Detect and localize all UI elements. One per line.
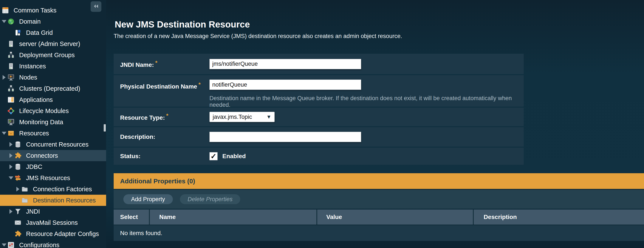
sidebar-item-label: Lifecycle Modules [19,108,69,115]
additional-properties-toolbar: Add Property Delete Properties [114,190,644,209]
sidebar-item-label: Instances [19,63,46,70]
data-grid-icon [14,29,22,36]
jndi-name-label-text: JNDI Name: [120,61,154,68]
sidebar-tree: Common TasksDomainData Gridserver (Admin… [0,0,106,248]
column-header-select: Select [114,210,150,225]
sidebar-item-deployment-groups[interactable]: Deployment Groups [0,49,106,61]
sidebar-collapse-button[interactable] [90,1,102,12]
collapsed-triangle-icon[interactable] [1,75,7,80]
sidebar-item-label: JDBC [26,163,42,170]
sidebar-item-clusters-deprecated[interactable]: Clusters (Deprecated) [0,83,106,94]
column-header-description: Description [474,210,644,225]
sidebar-item-label: Destination Resources [33,197,96,204]
node-tree-icon [7,85,15,92]
puzzle-icon [14,152,22,159]
sidebar-item-instances[interactable]: Instances [0,61,106,72]
common-tasks-icon [2,7,9,14]
globe-icon [7,18,15,25]
sidebar-item-applications[interactable]: Applications [0,94,106,105]
page-title: New JMS Destination Resource [115,19,250,30]
collapsed-triangle-icon[interactable] [8,209,14,214]
expanded-triangle-icon[interactable] [1,20,7,23]
physical-destination-name-input[interactable] [210,80,361,90]
navigation-sidebar: Common TasksDomainData Gridserver (Admin… [0,0,106,248]
sidebar-item-destination-resources[interactable]: Destination Resources [0,195,106,206]
destination-resource-form: JNDI Name:* Physical Destination Name* D… [114,54,524,165]
sidebar-item-label: Deployment Groups [19,52,75,59]
physical-destination-name-label-text: Physical Destination Name [120,83,197,90]
select-arrow-icon: ▼ [266,114,272,120]
physical-destination-name-help: Destination name in the Message Queue br… [210,95,524,108]
sidebar-item-concurrent-resources[interactable]: Concurrent Resources [0,139,106,150]
sidebar-item-lifecycle-modules[interactable]: Lifecycle Modules [0,105,106,117]
description-label: Description: [120,133,210,140]
sidebar-item-label: Resource Adapter Configs [26,230,99,238]
monitor-node-icon [7,74,15,81]
additional-properties-title: Additional Properties (0) [120,177,195,185]
expanded-triangle-icon[interactable] [1,244,7,247]
collapsed-triangle-icon[interactable] [8,164,14,169]
description-label-text: Description: [120,133,155,140]
form-row-resource-type: Resource Type:* javax.jms.Topic ▼ [114,108,524,126]
sidebar-item-javamail-sessions[interactable]: JavaMail Sessions [0,217,106,228]
folder-icon [21,185,28,193]
double-left-triangles-icon [93,3,99,10]
sidebar-item-domain[interactable]: Domain [0,16,106,27]
sidebar-item-label: JNDI [26,208,40,215]
sidebar-item-resources[interactable]: Resources [0,128,106,139]
add-property-button[interactable]: Add Property [123,194,173,204]
collapsed-triangle-icon[interactable] [8,153,14,158]
sidebar-item-connectors[interactable]: Connectors [0,150,106,161]
sidebar-item-label: JavaMail Sessions [26,219,78,226]
expanded-triangle-icon[interactable] [1,132,7,135]
database-icon [14,141,22,148]
monitor-data-icon [7,119,15,126]
properties-table-header: Select Name Value Description [114,210,644,225]
status-checkbox-label: Enabled [222,153,246,160]
sidebar-item-configurations[interactable]: Configurations [0,240,106,248]
sidebar-item-monitoring-data[interactable]: Monitoring Data [0,117,106,128]
delete-properties-button[interactable]: Delete Properties [180,194,240,204]
sidebar-item-jndi[interactable]: JNDI [0,206,106,217]
resource-type-label: Resource Type:* [120,112,210,121]
sidebar-item-common-tasks[interactable]: Common Tasks [0,5,106,16]
resource-type-selected-value: javax.jms.Topic [213,114,252,120]
description-input[interactable] [210,132,361,142]
sidebar-item-label: JMS Resources [26,174,70,182]
sidebar-scrollbar-thumb[interactable] [104,124,106,131]
sidebar-item-resource-adapter-configs[interactable]: Resource Adapter Configs [0,228,106,240]
sidebar-item-label: Clusters (Deprecated) [19,85,80,92]
jndi-name-label: JNDI Name:* [120,60,210,68]
sidebar-item-label: Connection Factories [33,186,92,193]
sidebar-item-label: Connectors [26,152,58,159]
server-icon [7,63,15,70]
sidebar-item-jms-resources[interactable]: JMS Resources [0,172,106,184]
sidebar-item-nodes[interactable]: Nodes [0,72,106,83]
collapsed-triangle-icon[interactable] [8,142,14,147]
form-row-description: Description: [114,127,524,146]
expanded-triangle-icon[interactable] [8,176,14,179]
sidebar-item-label: Resources [19,130,49,137]
sidebar-item-jdbc[interactable]: JDBC [0,161,106,172]
filter-funnel-icon [14,208,22,215]
jms-arrows-icon [14,174,22,182]
required-asterisk-icon: * [155,60,157,66]
status-enabled-checkbox[interactable] [210,152,218,160]
status-label: Status: [120,153,210,160]
resource-type-select[interactable]: javax.jms.Topic ▼ [210,112,275,122]
config-sliders-icon [7,241,15,248]
sidebar-item-label: Nodes [19,74,37,81]
physical-destination-name-label: Physical Destination Name* [120,81,210,90]
properties-table-empty-row: No items found. [114,225,644,241]
jndi-name-input[interactable] [210,59,361,69]
form-row-status: Status: Enabled [114,148,524,165]
collapsed-triangle-icon[interactable] [15,187,21,191]
sidebar-item-label: Domain [19,18,41,25]
physical-destination-name-controls: Destination name in the Message Queue br… [210,80,524,108]
sidebar-item-data-grid[interactable]: Data Grid [0,27,106,38]
required-asterisk-icon: * [166,112,168,119]
form-row-jndi-name: JNDI Name:* [114,54,524,74]
additional-properties-header: Additional Properties (0) [114,173,644,189]
sidebar-item-connection-factories[interactable]: Connection Factories [0,184,106,195]
sidebar-item-server-admin-server[interactable]: server (Admin Server) [0,38,106,49]
